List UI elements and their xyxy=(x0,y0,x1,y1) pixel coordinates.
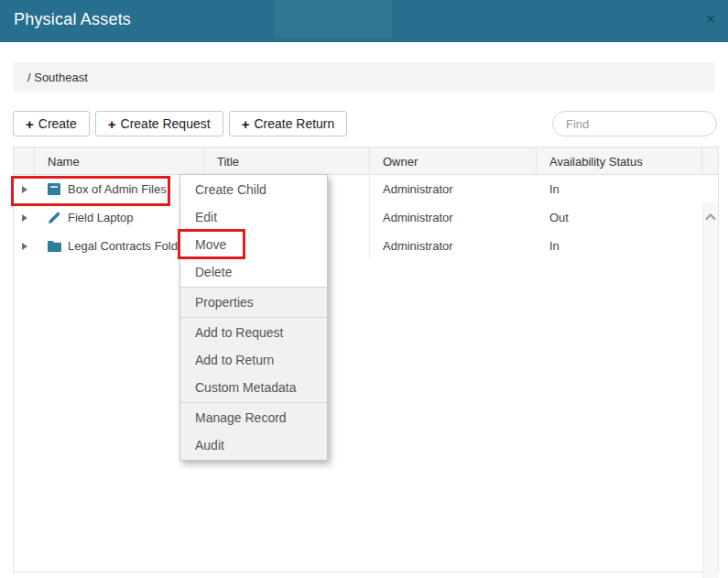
row-availability: Out xyxy=(537,203,702,232)
breadcrumb-path[interactable]: / Southeast xyxy=(27,71,88,84)
create-return-button-label: Create Return xyxy=(254,116,334,131)
create-button-label: Create xyxy=(38,116,77,131)
row-owner: Administrator xyxy=(370,175,537,203)
column-header-title[interactable]: Title xyxy=(204,147,370,175)
table-body: Box of Admin Files Administrator In Fiel… xyxy=(14,175,718,573)
table-header-row: Name Title Owner Availability Status xyxy=(14,147,718,175)
menu-item-custom-metadata[interactable]: Custom Metadata xyxy=(180,374,327,401)
plus-icon: + xyxy=(242,116,250,132)
toolbar: + Create + Create Request + Create Retur… xyxy=(13,111,347,136)
breadcrumb: / Southeast xyxy=(13,62,715,93)
plus-icon: + xyxy=(26,116,34,132)
vertical-scrollbar[interactable] xyxy=(702,202,718,578)
modal-title: Physical Assets xyxy=(14,10,131,29)
find-input[interactable] xyxy=(552,111,717,136)
menu-item-delete[interactable]: Delete xyxy=(180,258,327,286)
table-row[interactable]: Field Laptop Administrator Out xyxy=(14,203,718,232)
column-header-name[interactable]: Name xyxy=(35,147,204,175)
expander-column-header xyxy=(14,147,35,175)
header-highlight-patch xyxy=(275,0,392,38)
row-availability: In xyxy=(537,175,702,203)
expand-arrow-icon[interactable] xyxy=(22,214,27,222)
context-menu-group: Properties xyxy=(180,287,327,317)
menu-item-move[interactable]: Move xyxy=(180,231,327,258)
create-return-button[interactable]: + Create Return xyxy=(229,111,348,136)
menu-item-audit[interactable]: Audit xyxy=(180,431,327,459)
menu-item-properties[interactable]: Properties xyxy=(180,289,327,316)
create-request-button-label: Create Request xyxy=(121,116,211,131)
expand-arrow-icon[interactable] xyxy=(22,243,27,250)
menu-item-edit[interactable]: Edit xyxy=(180,203,327,231)
column-header-availability[interactable]: Availability Status xyxy=(537,147,702,175)
close-icon[interactable]: ✕ xyxy=(701,10,720,28)
context-menu-group: Add to Request Add to Return Custom Meta… xyxy=(180,317,327,402)
menu-item-add-to-return[interactable]: Add to Return xyxy=(180,346,327,374)
context-menu: Create Child Edit Move Delete Properties… xyxy=(179,174,328,461)
chevron-up-icon[interactable] xyxy=(705,213,716,221)
assets-table: Name Title Owner Availability Status Box… xyxy=(13,147,719,573)
row-name: Legal Contracts Folder xyxy=(68,239,189,253)
expand-arrow-icon[interactable] xyxy=(22,186,27,193)
menu-item-manage-record[interactable]: Manage Record xyxy=(180,404,327,431)
modal-header: Physical Assets ✕ xyxy=(0,0,728,42)
context-menu-group: Create Child Edit Move Delete xyxy=(180,175,327,287)
row-name: Field Laptop xyxy=(68,211,134,224)
menu-item-add-to-request[interactable]: Add to Request xyxy=(180,319,327,346)
column-header-owner[interactable]: Owner xyxy=(370,147,537,175)
row-owner: Administrator xyxy=(370,232,537,260)
create-request-button[interactable]: + Create Request xyxy=(95,111,223,136)
pencil-icon xyxy=(48,212,61,224)
folder-icon xyxy=(48,240,61,253)
plus-icon: + xyxy=(108,116,116,132)
archive-box-icon xyxy=(48,183,61,196)
scrollbar-column-header xyxy=(702,147,718,175)
context-menu-group: Manage Record Audit xyxy=(180,402,327,460)
create-button[interactable]: + Create xyxy=(13,111,90,136)
menu-item-create-child[interactable]: Create Child xyxy=(180,176,327,203)
row-availability: In xyxy=(537,232,702,260)
table-row[interactable]: Box of Admin Files Administrator In xyxy=(14,175,718,203)
row-name: Box of Admin Files xyxy=(68,182,167,196)
row-owner: Administrator xyxy=(370,203,537,232)
table-row[interactable]: Legal Contracts Folder Administrator In xyxy=(14,232,718,260)
